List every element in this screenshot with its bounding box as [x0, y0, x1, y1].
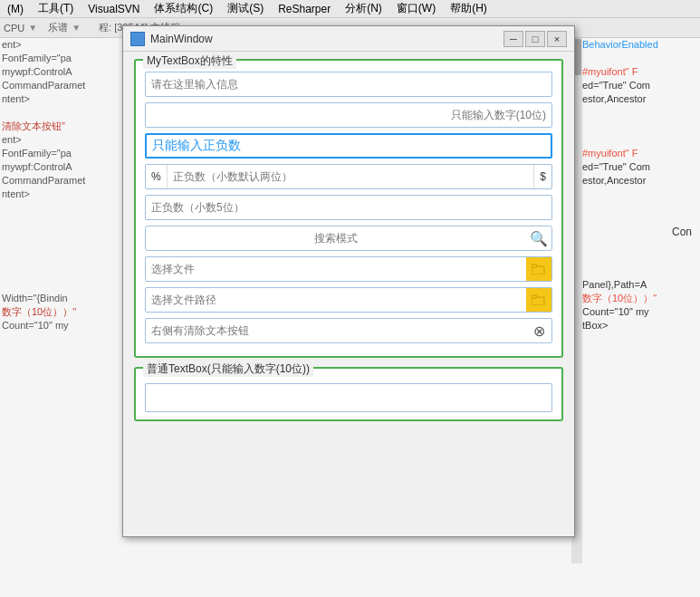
left-code-line-13: Width="{Bindin [2, 292, 136, 305]
section1-content: % $ 🔍 [145, 72, 552, 343]
textbox-row-1 [145, 72, 552, 97]
normal-textbox-section: 普通TextBox(只能输入数字(10位)) [134, 367, 563, 421]
dialog-title-text: MainWindow [150, 33, 213, 45]
right-code-line-3: #myuifont" F [582, 65, 698, 79]
menu-tools[interactable]: 工具(T) [34, 0, 77, 17]
left-code-line-8: ent> [2, 133, 136, 147]
dollar-suffix: $ [533, 165, 551, 188]
textbox-numeric[interactable] [145, 102, 552, 128]
right-code-line-b4: tBox> [582, 319, 698, 332]
right-code-line-11: estor,Ancestor [582, 174, 698, 188]
menu-resharper[interactable]: ReSharper [274, 2, 334, 16]
cpu-dropdown: ▼ [28, 23, 37, 33]
textbox-row-9: ⊗ [145, 318, 552, 343]
right-code-line-1: BehaviorEnabled [582, 38, 698, 52]
dialog-app-icon [130, 32, 145, 46]
textbox-row-3 [145, 133, 552, 159]
right-code-line-10: ed="True" Com [582, 160, 698, 174]
left-code-line-1: ent> [2, 38, 136, 52]
left-code-line-9: FontFamily="pa [2, 147, 136, 160]
right-code-line-b1: Panel},Path=A [582, 278, 698, 292]
textbox-row-6: 🔍 [145, 226, 552, 251]
mytextbox-section: MyTextBox的特性 % [134, 59, 563, 358]
textbox-row-7 [145, 256, 552, 282]
menu-test[interactable]: 测试(S) [224, 0, 267, 17]
textbox-float5[interactable] [145, 195, 552, 220]
clear-icon: ⊗ [533, 323, 545, 340]
dialog-window: MainWindow ─ □ × MyTextBox的特性 [122, 25, 575, 537]
folder-path-icon [532, 294, 546, 305]
right-code-panel: BehaviorEnabled #myuifont" F ed="True" C… [582, 38, 698, 332]
dialog-title-left: MainWindow [130, 32, 213, 46]
file-path-input[interactable] [146, 294, 526, 306]
left-code-line-15: Count="10" my [2, 319, 136, 332]
textbox-row-4: % $ [145, 164, 552, 189]
textbox-prefix-wrapper: % $ [145, 164, 552, 189]
textbox-row-2 [145, 102, 552, 128]
left-code-panel: ent> FontFamily="pa mywpf:ControlA Comma… [2, 38, 136, 332]
close-button[interactable]: × [547, 31, 567, 47]
right-code-line-4: ed="True" Com [582, 79, 698, 92]
right-code-line-5: estor,Ancestor [582, 92, 698, 106]
normal-textbox[interactable] [145, 383, 552, 412]
left-code-line-12: ntent> [2, 188, 136, 201]
textbox-decimal2[interactable] [168, 165, 534, 188]
minimize-button[interactable]: ─ [503, 31, 523, 47]
textbox-row-8 [145, 287, 552, 313]
menu-visualsvn[interactable]: VisualSVN [84, 2, 143, 16]
svg-rect-1 [532, 265, 537, 267]
file-path-box [145, 287, 552, 313]
menu-arch[interactable]: 体系结构(C) [150, 0, 216, 17]
clear-text-button[interactable]: ⊗ [526, 319, 551, 342]
thread-dropdown: ▼ [72, 23, 81, 33]
right-code-line-b3: Count="10" my [582, 305, 698, 319]
thread-label: 乐谱 [48, 21, 68, 34]
file-select-box [145, 256, 552, 282]
section2-legend: 普通TextBox(只能输入数字(10位)) [143, 361, 313, 377]
search-box: 🔍 [145, 226, 552, 251]
textbox-row-5 [145, 195, 552, 220]
file-path-browse-button[interactable] [526, 288, 551, 312]
con-text: Con [672, 226, 700, 238]
file-input[interactable] [146, 263, 526, 275]
right-code-gap2 [582, 106, 698, 147]
menu-analysis[interactable]: 分析(N) [341, 0, 386, 17]
menu-m[interactable]: (M) [4, 2, 27, 16]
section1-legend: MyTextBox的特性 [143, 53, 236, 69]
search-input[interactable] [146, 232, 526, 245]
svg-rect-3 [532, 295, 537, 298]
menu-help[interactable]: 帮助(H) [446, 0, 491, 17]
menu-bar: (M) 工具(T) VisualSVN 体系结构(C) 测试(S) ReShar… [0, 0, 700, 18]
left-code-line-5: ntent> [2, 92, 136, 106]
dialog-titlebar: MainWindow ─ □ × [123, 26, 574, 52]
left-code-line-10: mywpf:ControlA [2, 160, 136, 174]
section2-content [145, 380, 552, 412]
left-code-line-7: 清除文本按钮" [2, 120, 136, 133]
left-code-line-4: CommandParamet [2, 79, 136, 92]
folder-icon [532, 264, 546, 274]
left-code-line-6 [2, 106, 136, 120]
left-code-line-11: CommandParamet [2, 174, 136, 188]
menu-window[interactable]: 窗口(W) [393, 0, 439, 17]
textbox-1[interactable] [145, 72, 552, 97]
cpu-label: CPU [4, 23, 24, 34]
clear-text-box: ⊗ [145, 318, 552, 343]
clear-text-input[interactable] [146, 324, 526, 337]
dialog-controls: ─ □ × [503, 31, 567, 47]
left-code-line-14: 数字（10位））" [2, 305, 136, 319]
maximize-button[interactable]: □ [525, 31, 545, 47]
file-browse-button[interactable] [526, 257, 551, 281]
dialog-content: MyTextBox的特性 % [123, 52, 574, 438]
right-code-gap [582, 52, 698, 65]
right-code-line-b2: 数字（10位））" [582, 292, 698, 305]
left-code-line-3: mywpf:ControlA [2, 65, 136, 79]
percent-prefix: % [146, 165, 168, 188]
textbox-signed[interactable] [145, 133, 552, 159]
search-icon-button[interactable]: 🔍 [526, 226, 551, 250]
left-code-line-2: FontFamily="pa [2, 52, 136, 65]
right-code-line-9: #myuifont" F [582, 147, 698, 160]
